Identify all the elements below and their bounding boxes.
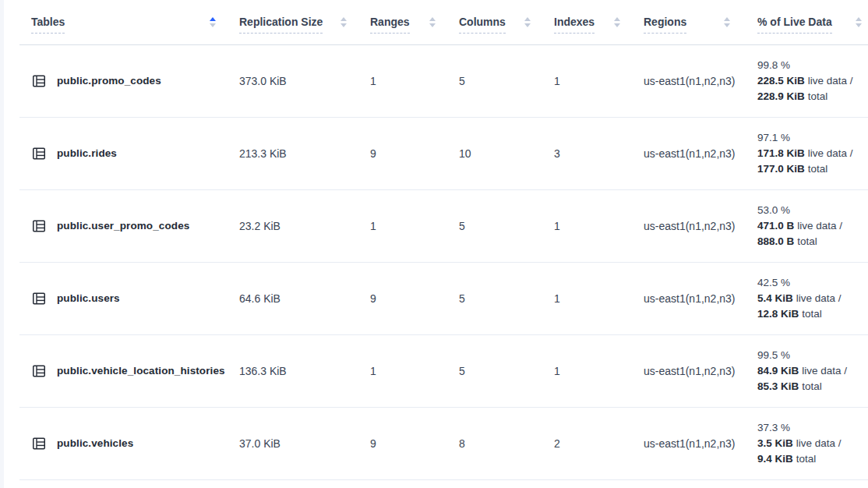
column-header-replication-size[interactable]: Replication Size	[230, 0, 361, 44]
cell-indexes-value: 1	[554, 365, 560, 377]
cell-indexes: 1	[545, 44, 634, 117]
cell-regions-value: us-east1(n1,n2,n3)	[644, 147, 736, 160]
cell-live-data: 53.0 %471.0 Blive data /888.0 Btotal	[744, 189, 868, 262]
total-size-value: 228.9 KiB	[757, 90, 805, 102]
table-row: public.vehicle_location_histories136.3 K…	[19, 334, 868, 407]
cell-regions: us-east1(n1,n2,n3)	[634, 189, 744, 262]
table-header-row: TablesReplication SizeRangesColumnsIndex…	[19, 0, 868, 44]
column-header-tables[interactable]: Tables	[19, 0, 230, 44]
live-percent-value: 42.5 %	[757, 277, 790, 288]
cell-indexes: 1	[545, 262, 634, 334]
live-percent: 99.5 %	[757, 348, 859, 363]
total-size-suffix: total	[808, 163, 828, 175]
cell-replication-size-value: 213.3 KiB	[239, 147, 287, 160]
column-header-label: Indexes	[554, 16, 595, 34]
sort-caret-up-icon	[524, 17, 531, 21]
table-icon	[31, 73, 47, 89]
cell-table-name: public.user_promo_codes	[19, 189, 230, 262]
live-size-line: 228.5 KiBlive data /	[757, 73, 859, 89]
cell-regions-value: us-east1(n1,n2,n3)	[644, 292, 736, 305]
column-header-label: % of Live Data	[757, 16, 832, 34]
total-size-suffix: total	[802, 380, 822, 392]
cell-ranges-value: 1	[370, 75, 376, 87]
total-size-suffix: total	[797, 235, 817, 247]
live-size-line: 471.0 Blive data /	[757, 218, 859, 234]
cell-regions-value: us-east1(n1,n2,n3)	[644, 365, 736, 377]
table-row: public.rides213.3 KiB9103us-east1(n1,n2,…	[19, 117, 868, 189]
cell-replication-size: 64.6 KiB	[230, 262, 361, 334]
cell-ranges: 1	[361, 44, 450, 117]
live-size-suffix: live data /	[796, 437, 842, 449]
cell-indexes: 1	[545, 189, 634, 262]
live-percent: 99.8 %	[757, 58, 859, 73]
table-icon	[31, 363, 47, 379]
sort-icon	[718, 17, 730, 27]
table-row: public.user_promo_codes23.2 KiB151us-eas…	[19, 189, 868, 262]
live-size-line: 171.8 KiBlive data /	[757, 146, 859, 161]
table-icon	[31, 291, 47, 306]
total-size-suffix: total	[808, 90, 828, 102]
live-size-suffix: live data /	[796, 292, 842, 304]
live-size-value: 5.4 KiB	[757, 292, 793, 304]
table-icon	[31, 146, 47, 161]
column-header-columns[interactable]: Columns	[450, 0, 545, 44]
sort-caret-down-icon	[210, 23, 216, 27]
table-name-link[interactable]: public.users	[57, 292, 120, 304]
total-size-line: 177.0 KiBtotal	[757, 161, 859, 177]
table-row: public.vehicles37.0 KiB982us-east1(n1,n2…	[19, 407, 868, 479]
live-percent-value: 37.3 %	[757, 422, 790, 433]
cell-regions: us-east1(n1,n2,n3)	[634, 262, 744, 334]
total-size-value: 9.4 KiB	[757, 453, 793, 465]
table-name-link[interactable]: public.vehicles	[57, 437, 133, 449]
total-size-value: 177.0 KiB	[757, 163, 805, 175]
cell-replication-size: 213.3 KiB	[230, 117, 361, 189]
tables-list: TablesReplication SizeRangesColumnsIndex…	[19, 0, 868, 480]
column-header-ranges[interactable]: Ranges	[361, 0, 450, 44]
cell-live-data: 97.1 %171.8 KiBlive data /177.0 KiBtotal	[744, 117, 868, 189]
column-header-regions[interactable]: Regions	[634, 0, 744, 44]
table-name-link[interactable]: public.user_promo_codes	[57, 220, 189, 232]
cell-replication-size: 136.3 KiB	[230, 334, 361, 407]
sort-caret-down-icon	[429, 23, 436, 27]
cell-replication-size-value: 37.0 KiB	[239, 437, 281, 450]
table-name-link[interactable]: public.promo_codes	[57, 75, 161, 87]
cell-table-name: public.vehicle_location_histories	[19, 334, 230, 407]
total-size-line: 228.9 KiBtotal	[757, 89, 859, 104]
cell-live-data: 99.5 %84.9 KiBlive data /85.3 KiBtotal	[744, 334, 868, 407]
cell-indexes-value: 1	[554, 220, 560, 232]
cell-ranges-value: 1	[370, 365, 376, 377]
sort-caret-up-icon	[856, 17, 862, 21]
column-header-label: Tables	[31, 16, 65, 34]
cell-replication-size-value: 136.3 KiB	[239, 365, 287, 377]
sort-caret-up-icon	[614, 17, 620, 21]
table-body: public.promo_codes373.0 KiB151us-east1(n…	[19, 44, 868, 479]
cell-live-data: 99.8 %228.5 KiBlive data /228.9 KiBtotal	[744, 44, 868, 117]
sort-caret-up-icon	[340, 17, 347, 21]
page-left-gutter	[0, 0, 4, 488]
live-size-value: 228.5 KiB	[757, 75, 805, 87]
cell-replication-size: 373.0 KiB	[230, 44, 361, 117]
cell-ranges: 9	[361, 262, 450, 334]
cell-columns: 8	[450, 407, 545, 479]
cell-table-name: public.rides	[19, 117, 230, 189]
total-size-value: 888.0 B	[757, 235, 794, 247]
total-size-line: 85.3 KiBtotal	[757, 379, 859, 394]
column-header-of-live-data[interactable]: % of Live Data	[744, 0, 868, 44]
column-header-label: Columns	[459, 16, 506, 34]
cell-ranges: 9	[361, 407, 450, 479]
table-name-link[interactable]: public.rides	[57, 147, 117, 159]
cell-regions: us-east1(n1,n2,n3)	[634, 334, 744, 407]
cell-live-data: 37.3 %3.5 KiBlive data /9.4 KiBtotal	[744, 407, 868, 479]
table-name-link[interactable]: public.vehicle_location_histories	[57, 365, 225, 377]
cell-replication-size-value: 23.2 KiB	[239, 220, 281, 232]
cell-indexes-value: 1	[554, 75, 560, 87]
cell-live-data: 42.5 %5.4 KiBlive data /12.8 KiBtotal	[744, 262, 868, 334]
cell-columns: 5	[450, 334, 545, 407]
live-size-line: 3.5 KiBlive data /	[757, 436, 859, 451]
column-header-indexes[interactable]: Indexes	[545, 0, 634, 44]
live-size-suffix: live data /	[797, 220, 842, 232]
cell-ranges: 1	[361, 334, 450, 407]
cell-ranges-value: 9	[370, 292, 376, 305]
cell-indexes-value: 3	[554, 147, 560, 160]
cell-regions: us-east1(n1,n2,n3)	[634, 117, 744, 189]
